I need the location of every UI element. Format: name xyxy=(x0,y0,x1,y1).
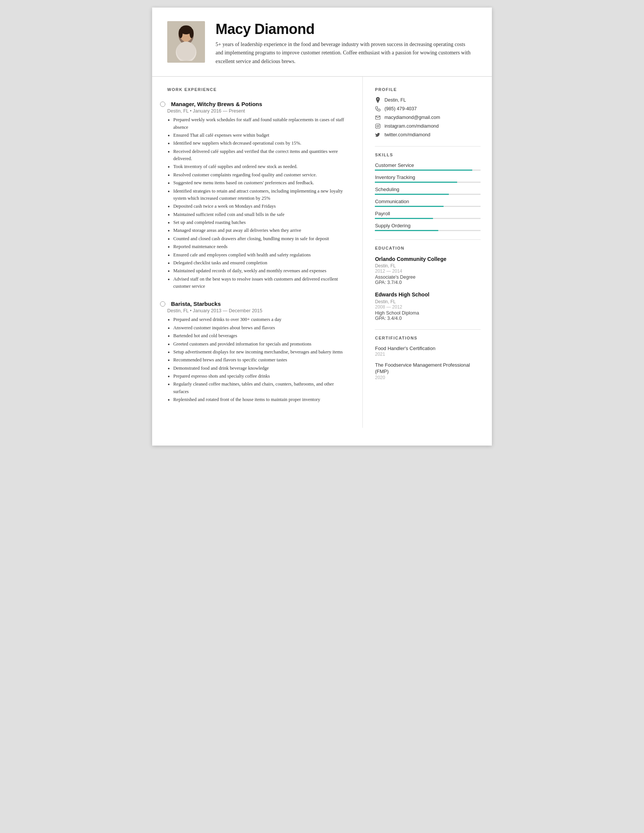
list-item: Resolved customer complaints regarding f… xyxy=(173,171,349,178)
skills-label: SKILLS xyxy=(375,153,480,157)
right-column: PROFILE Destin, FL (985) 47 xyxy=(363,77,492,428)
list-item: Maintained sufficient rolled coin and sm… xyxy=(173,211,349,218)
skills-section: SKILLS Customer Service Inventory Tracki… xyxy=(375,153,480,231)
list-item: Advised staff on the best ways to resolv… xyxy=(173,276,349,290)
list-item: Reported maintenance needs xyxy=(173,243,349,250)
resume-body: WORK EXPERIENCE Manager, Witchy Brews & … xyxy=(152,77,492,428)
cert-year-1: 2020 xyxy=(375,375,480,380)
list-item: Prepared and served drinks to over 300+ … xyxy=(173,316,349,323)
resume-header: Macy Diamond 5+ years of leadership expe… xyxy=(152,8,492,77)
skill-row-3: Communication xyxy=(375,199,480,207)
skill-row-0: Customer Service xyxy=(375,162,480,170)
list-item: Greeted customers and provided informati… xyxy=(173,341,349,348)
phone-icon xyxy=(375,106,381,112)
cert-year-0: 2021 xyxy=(375,352,480,357)
location-icon xyxy=(375,97,381,103)
list-item: Managed storage areas and put away all d… xyxy=(173,227,349,234)
certifications-label: CERTIFICATIONS xyxy=(375,336,480,340)
location-text: Destin, FL xyxy=(384,97,406,103)
edu-degree-0: Associate's Degree xyxy=(375,275,480,280)
job-title-2: Barista, Starbucks xyxy=(171,301,221,307)
work-experience-label: WORK EXPERIENCE xyxy=(167,87,349,92)
skill-bar-track-0 xyxy=(375,170,480,170)
skill-bar-fill-2 xyxy=(375,194,449,195)
job-meta-1: Destin, FL • January 2016 — Present xyxy=(167,108,349,114)
skill-bar-fill-3 xyxy=(375,206,443,207)
email-icon xyxy=(375,114,381,121)
list-item: Ensured That all café expenses were with… xyxy=(173,132,349,139)
twitter-icon xyxy=(375,132,381,138)
job-block-2: Barista, Starbucks Destin, FL • January … xyxy=(167,301,349,403)
education-section: EDUCATION Orlando Community College Dest… xyxy=(375,246,480,321)
edu-gpa-0: GPA: 3.7/4.0 xyxy=(375,280,480,285)
skill-bar-track-2 xyxy=(375,194,480,195)
edu-years-0: 2012 — 2014 xyxy=(375,269,480,274)
job-header-2: Barista, Starbucks xyxy=(167,301,349,307)
list-item: Prepared weekly work schedules for staff… xyxy=(173,116,349,131)
edu-years-1: 2008 — 2012 xyxy=(375,304,480,310)
skill-name-0: Customer Service xyxy=(375,162,480,168)
edu-school-0: Orlando Community College xyxy=(375,256,480,262)
edu-degree-1: High School Diploma xyxy=(375,310,480,316)
job-bullets-2: Prepared and served drinks to over 300+ … xyxy=(167,316,349,403)
email-text: macydiamond@gmail.com xyxy=(384,115,440,120)
resume-page: Macy Diamond 5+ years of leadership expe… xyxy=(152,8,492,445)
header-text: Macy Diamond 5+ years of leadership expe… xyxy=(215,21,474,66)
svg-point-4 xyxy=(178,29,183,38)
skill-bar-fill-4 xyxy=(375,218,433,219)
skill-bar-fill-5 xyxy=(375,230,438,231)
cert-name-0: Food Handler's Certification xyxy=(375,346,480,352)
skill-bar-fill-1 xyxy=(375,182,457,183)
profile-instagram: instagram.com/mdiamond xyxy=(375,123,480,129)
edu-block-1: Edwards High School Destin, FL 2008 — 20… xyxy=(375,291,480,321)
cert-block-1: The Foodservice Management Professional … xyxy=(375,362,480,380)
list-item: Delegated checklist tasks and ensured co… xyxy=(173,259,349,267)
list-item: Identified new suppliers which decreased… xyxy=(173,140,349,147)
cert-block-0: Food Handler's Certification 2021 xyxy=(375,346,480,357)
list-item: Regularly cleaned coffee machines, table… xyxy=(173,381,349,396)
twitter-text: twitter.com/mdiamond xyxy=(384,132,430,137)
profile-phone: (985) 479-4037 xyxy=(375,106,480,112)
job-title-1: Manager, Witchy Brews & Potions xyxy=(171,101,262,107)
list-item: Suggested new menu items based on custom… xyxy=(173,179,349,187)
instagram-text: instagram.com/mdiamond xyxy=(384,124,438,129)
skill-name-3: Communication xyxy=(375,199,480,204)
list-item: Identified strategies to retain and attr… xyxy=(173,188,349,203)
profile-section: PROFILE Destin, FL (985) 47 xyxy=(375,87,480,138)
candidate-name: Macy Diamond xyxy=(215,21,474,37)
list-item: Prepared espresso shots and specialty co… xyxy=(173,373,349,380)
svg-point-12 xyxy=(379,125,380,125)
divider-1 xyxy=(375,146,480,146)
skill-name-1: Inventory Tracking xyxy=(375,174,480,180)
divider-2 xyxy=(375,240,480,240)
skill-name-4: Payroll xyxy=(375,211,480,216)
skill-bar-track-1 xyxy=(375,182,480,183)
skill-row-1: Inventory Tracking xyxy=(375,174,480,183)
job-header-1: Manager, Witchy Brews & Potions xyxy=(167,101,349,107)
list-item: Replenished and rotated front of the hou… xyxy=(173,396,349,403)
list-item: Took inventory of café supplies and orde… xyxy=(173,163,349,170)
skill-bar-fill-0 xyxy=(375,170,472,170)
cert-name-1: The Foodservice Management Professional … xyxy=(375,362,480,375)
left-column: WORK EXPERIENCE Manager, Witchy Brews & … xyxy=(152,77,363,428)
certifications-section: CERTIFICATIONS Food Handler's Certificat… xyxy=(375,336,480,381)
skill-row-5: Supply Ordering xyxy=(375,223,480,231)
edu-school-1: Edwards High School xyxy=(375,291,480,298)
svg-point-5 xyxy=(190,29,194,38)
job-circle-1 xyxy=(160,101,165,107)
skill-bar-track-3 xyxy=(375,206,480,207)
edu-gpa-1: GPA: 3.4/4.0 xyxy=(375,316,480,321)
list-item: Ensured cafe and employees complied with… xyxy=(173,251,349,259)
edu-location-0: Destin, FL xyxy=(375,263,480,269)
svg-rect-10 xyxy=(376,124,380,129)
job-circle-2 xyxy=(160,301,165,307)
list-item: Maintained updated records of daily, wee… xyxy=(173,267,349,275)
skill-row-2: Scheduling xyxy=(375,187,480,195)
svg-point-11 xyxy=(377,125,379,127)
profile-location: Destin, FL xyxy=(375,97,480,103)
profile-email: macydiamond@gmail.com xyxy=(375,114,480,121)
divider-3 xyxy=(375,329,480,330)
profile-label: PROFILE xyxy=(375,87,480,92)
edu-location-1: Destin, FL xyxy=(375,299,480,304)
education-label: EDUCATION xyxy=(375,246,480,250)
